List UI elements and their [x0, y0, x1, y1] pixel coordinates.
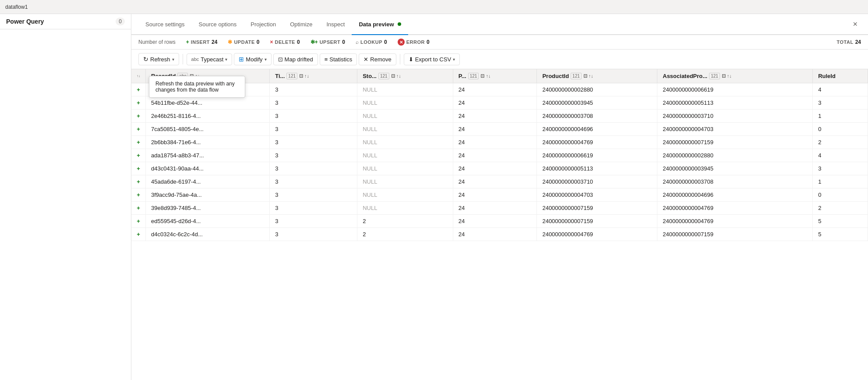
cell-ruleid: 0 — [813, 188, 868, 202]
cell-productid: 2400000000004703 — [537, 188, 657, 202]
export-chevron-icon: ▾ — [453, 57, 455, 62]
row-insert-icon: + — [131, 83, 146, 96]
cell-sto: NULL — [357, 83, 453, 96]
cell-ti: 3 — [270, 136, 357, 149]
table-row[interactable]: + d4c0324c-6c2c-4d... 3 2 24 24000000000… — [131, 228, 868, 241]
cell-associatedpro: 2400000000003945 — [657, 162, 813, 175]
cell-p: 24 — [453, 228, 537, 241]
cell-sto: NULL — [357, 110, 453, 123]
col-p-header[interactable]: P... 121 ⊡ ↑↓ — [453, 69, 537, 83]
row-insert-icon: + — [131, 123, 146, 136]
tab-source-options[interactable]: Source options — [192, 14, 244, 35]
remove-button[interactable]: ✕ Remove — [359, 53, 396, 65]
cell-ti: 3 — [270, 162, 357, 175]
cell-associatedpro: 2400000000005113 — [657, 96, 813, 110]
col-ti-header[interactable]: Ti... 121 ⊡ ↑↓ — [270, 69, 357, 83]
table-row[interactable]: + ed559545-d26d-4... 3 2 24 240000000000… — [131, 215, 868, 228]
row-insert-icon: + — [131, 110, 146, 123]
cell-sto: NULL — [357, 123, 453, 136]
col-ruleid-label: RuleId — [818, 73, 836, 79]
col-associatedpro-actions: ⊡ ↑↓ — [722, 73, 732, 79]
col-associatedpro-header[interactable]: AssociatedPro... 121 ⊡ ↑↓ — [657, 69, 813, 83]
cell-sto: NULL — [357, 96, 453, 110]
tab-projection[interactable]: Projection — [243, 14, 283, 35]
tab-inspect[interactable]: Inspect — [319, 14, 352, 35]
cell-productid: 2400000000004769 — [537, 228, 657, 241]
row-insert-icon: + — [131, 162, 146, 175]
cell-sto: 2 — [357, 228, 453, 241]
refresh-chevron-icon: ▾ — [172, 57, 174, 62]
typecast-button[interactable]: abc Typecast ▾ — [187, 53, 233, 65]
cell-p: 24 — [453, 123, 537, 136]
toolbar-separator-1 — [183, 54, 183, 64]
table-row[interactable]: + 2b6bb384-71e6-4... 3 NULL 24 240000000… — [131, 136, 868, 149]
col-p-type: 121 — [468, 73, 479, 79]
table-row[interactable]: + 3f9acc9d-75ae-4a... 3 NULL 24 24000000… — [131, 188, 868, 202]
cell-productid: 2400000000004769 — [537, 136, 657, 149]
cell-associatedpro: 2400000000006619 — [657, 83, 813, 96]
cell-associatedpro: 2400000000007159 — [657, 136, 813, 149]
cell-productid: 2400000000003945 — [537, 96, 657, 110]
cell-ti: 3 — [270, 228, 357, 241]
col-productid-header[interactable]: ProductId 121 ⊡ ↑↓ — [537, 69, 657, 83]
table-row[interactable]: + d43c0431-90aa-44... 3 NULL 24 24000000… — [131, 162, 868, 175]
stat-upsert: ✻+ UPSERT 0 — [311, 39, 345, 45]
table-row[interactable]: + 2e46b251-8116-4... 3 NULL 24 240000000… — [131, 110, 868, 123]
tab-optimize[interactable]: Optimize — [283, 14, 319, 35]
tabs-bar: Source settings Source options Projectio… — [131, 14, 868, 35]
table-row[interactable]: + 7ca50851-4805-4e... 3 NULL 24 24000000… — [131, 123, 868, 136]
col-sto-type: 121 — [378, 73, 389, 79]
cell-ruleid: 3 — [813, 96, 868, 110]
cell-sto: 2 — [357, 215, 453, 228]
typecast-icon: abc — [191, 57, 199, 62]
cell-recordid: ed559545-d26d-4... — [146, 215, 270, 228]
sort-arrows-icon: ↑↓ — [137, 74, 140, 78]
table-body: + af8d6d3c-3b04-43... 3 NULL 24 24000000… — [131, 83, 868, 241]
cell-recordid: 7ca50851-4805-4e... — [146, 123, 270, 136]
cell-sto: NULL — [357, 175, 453, 188]
modify-button[interactable]: ⊞ Modify ▾ — [234, 53, 271, 65]
table-row[interactable]: + 39e8d939-7485-4... 3 NULL 24 240000000… — [131, 202, 868, 215]
cell-ti: 3 — [270, 96, 357, 110]
sidebar-title: Power Query — [6, 18, 44, 25]
cell-ruleid: 0 — [813, 123, 868, 136]
col-ti-type: 121 — [286, 73, 297, 79]
map-drifted-button[interactable]: ⊡ Map drifted — [273, 53, 318, 65]
cell-p: 24 — [453, 188, 537, 202]
export-csv-button[interactable]: ⬇ Export to CSV ▾ — [404, 53, 460, 65]
cell-p: 24 — [453, 83, 537, 96]
data-table-container[interactable]: ↑↓ RecordId abc ⊡ ↑↓ — [131, 69, 868, 380]
table-row[interactable]: + 54b11fbe-d52e-44... 3 NULL 24 24000000… — [131, 96, 868, 110]
stat-total: TOTAL 24 — [836, 39, 861, 45]
cell-sto: NULL — [357, 162, 453, 175]
typecast-chevron-icon: ▾ — [225, 57, 227, 62]
cell-associatedpro: 2400000000003710 — [657, 110, 813, 123]
col-ti-label: Ti... — [275, 73, 285, 79]
sidebar-count: 0 — [116, 18, 125, 25]
cell-ruleid: 5 — [813, 215, 868, 228]
table-row[interactable]: + 45ada6de-6197-4... 3 NULL 24 240000000… — [131, 175, 868, 188]
cell-ti: 3 — [270, 123, 357, 136]
col-sort-header: ↑↓ — [131, 69, 146, 83]
cell-ti: 3 — [270, 175, 357, 188]
stat-delete: × DELETE 0 — [270, 39, 300, 45]
table-row[interactable]: + ada18754-a8b3-47... 3 NULL 24 24000000… — [131, 149, 868, 162]
refresh-button[interactable]: ↻ Refresh ▾ — [138, 53, 179, 65]
statistics-icon: ≡ — [325, 56, 328, 63]
stat-insert: + INSERT 24 — [186, 39, 218, 45]
cell-ti: 3 — [270, 110, 357, 123]
lookup-icon: ⌕ — [356, 39, 359, 45]
tab-data-preview[interactable]: Data preview — [352, 14, 408, 35]
cell-p: 24 — [453, 215, 537, 228]
cell-recordid: ada18754-a8b3-47... — [146, 149, 270, 162]
row-insert-icon: + — [131, 215, 146, 228]
tab-source-settings[interactable]: Source settings — [138, 14, 192, 35]
col-ruleid-header[interactable]: RuleId — [813, 69, 868, 83]
cell-p: 24 — [453, 149, 537, 162]
statistics-button[interactable]: ≡ Statistics — [320, 53, 357, 65]
close-tab-button[interactable]: × — [849, 18, 861, 31]
sidebar: Power Query 0 — [0, 14, 131, 380]
col-sto-header[interactable]: Sto... 121 ⊡ ↑↓ — [357, 69, 453, 83]
row-insert-icon: + — [131, 188, 146, 202]
cell-ti: 3 — [270, 149, 357, 162]
